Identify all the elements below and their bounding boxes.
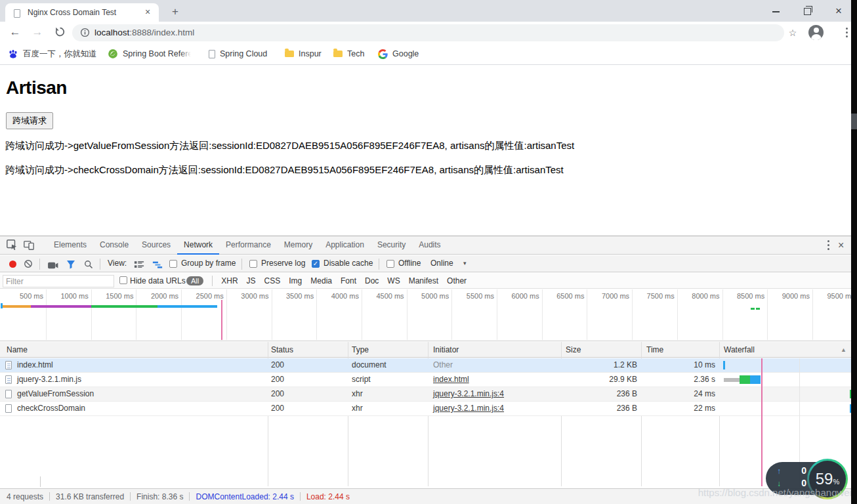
filter-type-all[interactable]: All bbox=[186, 276, 203, 285]
show-overview-icon[interactable] bbox=[152, 260, 163, 272]
table-row[interactable]: checkCrossDomain 200 xhr jquery-3.2.1.mi… bbox=[0, 402, 857, 416]
record-button[interactable] bbox=[9, 261, 16, 268]
url-path: :8888/index.html bbox=[129, 28, 194, 37]
column-name[interactable]: Name bbox=[7, 342, 28, 358]
avatar[interactable] bbox=[808, 25, 824, 40]
bookmark-star-icon[interactable]: ☆ bbox=[785, 24, 800, 41]
offline-checkbox[interactable] bbox=[387, 260, 394, 268]
tab-memory[interactable]: Memory bbox=[278, 236, 319, 255]
tab-elements[interactable]: Elements bbox=[47, 236, 93, 255]
tab-audits[interactable]: Audits bbox=[412, 236, 447, 255]
column-type[interactable]: Type bbox=[352, 342, 369, 358]
filter-input[interactable] bbox=[3, 275, 114, 287]
overview-segment bbox=[157, 305, 217, 308]
throttling-select[interactable]: Online bbox=[430, 255, 453, 272]
column-time[interactable]: Time bbox=[646, 342, 663, 358]
cross-domain-request-button[interactable]: 跨域请求 bbox=[6, 112, 53, 129]
url-text[interactable]: localhost:8888/index.html bbox=[94, 24, 194, 41]
large-rows-icon[interactable] bbox=[134, 260, 144, 272]
bookmark-label: Tech bbox=[347, 49, 364, 58]
bookmark-spring-cloud[interactable]: Spring Cloud bbox=[209, 43, 267, 64]
disable-cache-checkbox[interactable]: ✓ bbox=[312, 260, 320, 268]
scrollbar-thumb[interactable] bbox=[851, 114, 857, 129]
group-by-frame-label[interactable]: Group by frame bbox=[181, 255, 236, 272]
tab-network[interactable]: Network bbox=[177, 236, 219, 255]
devtools-menu-icon[interactable] bbox=[824, 239, 833, 252]
offline-label[interactable]: Offline bbox=[398, 255, 421, 272]
inspect-element-icon[interactable] bbox=[6, 239, 19, 252]
request-type: document bbox=[352, 358, 387, 372]
preserve-log-label[interactable]: Preserve log bbox=[261, 255, 305, 272]
preserve-log-checkbox[interactable] bbox=[249, 260, 257, 268]
tab-performance[interactable]: Performance bbox=[219, 236, 278, 255]
request-initiator-link[interactable]: jquery-3.2.1.min.js:4 bbox=[433, 402, 504, 415]
tab-close-icon[interactable]: × bbox=[140, 3, 155, 22]
view-label: View: bbox=[108, 255, 127, 272]
sort-ascending-icon[interactable]: ▲ bbox=[841, 342, 847, 358]
tab-sources[interactable]: Sources bbox=[135, 236, 177, 255]
table-row[interactable]: index.html 200 document Other 1.2 KB 10 … bbox=[0, 358, 857, 373]
info-icon[interactable] bbox=[80, 28, 90, 40]
bookmark-baidu[interactable]: 百度一下，你就知道 bbox=[8, 43, 97, 64]
capture-screenshots-icon[interactable] bbox=[47, 261, 58, 272]
bookmark-tech[interactable]: Tech bbox=[333, 43, 364, 64]
filter-type-media[interactable]: Media bbox=[310, 276, 332, 285]
device-toolbar-icon[interactable] bbox=[23, 239, 36, 252]
timeline-gridline bbox=[722, 289, 723, 340]
page-title: Artisan bbox=[6, 77, 67, 98]
filter-type-xhr[interactable]: XHR bbox=[221, 276, 238, 285]
forward-icon[interactable]: → bbox=[29, 24, 46, 41]
new-tab-button[interactable]: + bbox=[167, 3, 184, 20]
bookmark-inspur[interactable]: Inspur bbox=[285, 43, 322, 64]
back-icon[interactable]: ← bbox=[7, 24, 24, 41]
hide-data-urls-checkbox[interactable] bbox=[119, 276, 127, 284]
filter-type-ws[interactable]: WS bbox=[387, 276, 400, 285]
column-status[interactable]: Status bbox=[271, 342, 293, 358]
filter-type-css[interactable]: CSS bbox=[264, 276, 281, 285]
browser-tab[interactable]: Nginx Cross Domain Test × bbox=[5, 3, 159, 22]
table-row[interactable]: getValueFromSession 200 xhr jquery-3.2.1… bbox=[0, 387, 857, 402]
filter-type-other[interactable]: Other bbox=[447, 276, 467, 285]
upload-speed: 0 bbox=[789, 465, 806, 476]
bookmark-spring-boot[interactable]: Spring Boot Referen bbox=[108, 43, 191, 64]
request-initiator-link[interactable]: index.html bbox=[433, 373, 469, 387]
chevron-down-icon[interactable]: ▾ bbox=[463, 255, 467, 272]
filter-type-doc[interactable]: Doc bbox=[365, 276, 379, 285]
tab-security[interactable]: Security bbox=[371, 236, 412, 255]
column-size[interactable]: Size bbox=[566, 342, 581, 358]
column-initiator[interactable]: Initiator bbox=[433, 342, 459, 358]
clear-icon[interactable] bbox=[24, 259, 33, 271]
divider bbox=[40, 476, 41, 487]
devtools-close-icon[interactable]: × bbox=[838, 236, 844, 255]
search-icon[interactable] bbox=[84, 260, 93, 272]
close-button[interactable]: × bbox=[829, 0, 848, 22]
page-scrollbar[interactable] bbox=[851, 0, 857, 504]
filter-type-manifest[interactable]: Manifest bbox=[409, 276, 438, 285]
minimize-button[interactable] bbox=[766, 0, 785, 22]
bookmark-google[interactable]: Google bbox=[378, 43, 419, 64]
timeline-tick: 3500 ms bbox=[273, 292, 314, 300]
tab-console[interactable]: Console bbox=[93, 236, 135, 255]
baidu-paw-icon bbox=[8, 49, 18, 59]
request-size: 29.9 KB bbox=[561, 373, 637, 387]
disable-cache-label[interactable]: Disable cache bbox=[324, 255, 373, 272]
filter-type-font[interactable]: Font bbox=[341, 276, 356, 285]
dom-content-loaded-time: DOMContentLoaded: 2.44 s bbox=[196, 492, 293, 501]
request-initiator: Other bbox=[433, 358, 453, 372]
restore-button[interactable] bbox=[797, 0, 817, 22]
request-initiator-link[interactable]: jquery-3.2.1.min.js:4 bbox=[433, 387, 504, 401]
request-type: xhr bbox=[352, 402, 363, 415]
timeline-tick: 2000 ms bbox=[138, 292, 178, 300]
devtools-tab-bar: ElementsConsoleSourcesNetworkPerformance… bbox=[0, 236, 857, 255]
browser-menu-icon[interactable] bbox=[842, 26, 851, 39]
filter-funnel-icon[interactable] bbox=[66, 260, 75, 272]
timeline-tick: 1000 ms bbox=[48, 292, 89, 300]
group-by-frame-checkbox[interactable] bbox=[169, 260, 177, 268]
column-waterfall[interactable]: Waterfall bbox=[724, 342, 755, 358]
filter-type-js[interactable]: JS bbox=[247, 276, 256, 285]
hide-data-urls-label[interactable]: Hide data URLs bbox=[130, 273, 186, 289]
timeline-tick: 7000 ms bbox=[589, 292, 629, 300]
refresh-icon[interactable] bbox=[51, 24, 68, 41]
tab-application[interactable]: Application bbox=[319, 236, 371, 255]
filter-type-img[interactable]: Img bbox=[289, 276, 302, 285]
